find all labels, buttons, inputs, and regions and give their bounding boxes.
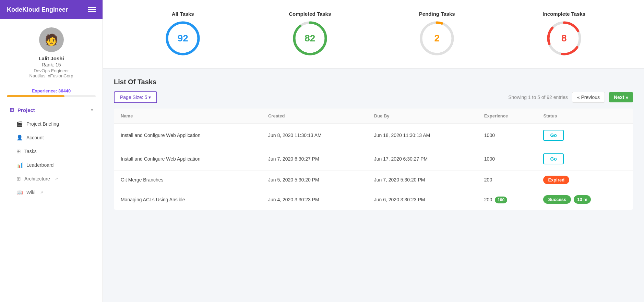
task-status: Success13 m (536, 189, 633, 210)
task-due-by: Jun 17, 2020 6:30:27 PM (367, 147, 477, 171)
sidebar-item-architecture[interactable]: ⊞ Architecture ↗ (0, 172, 103, 186)
external-link-icon: ↗ (55, 177, 58, 181)
stat-all-tasks: All Tasks 92 (119, 11, 247, 57)
task-created: Jun 5, 2020 5:30:20 PM (261, 171, 367, 189)
task-experience: 200 100 (477, 189, 537, 210)
avatar: 🧑 (39, 27, 64, 52)
table-header-row: Name Created Due By Experience Status (114, 109, 633, 124)
sidebar-header: KodeKloud Engineer (0, 0, 103, 19)
col-created: Created (261, 109, 367, 124)
col-name: Name (114, 109, 261, 124)
task-section-title: List Of Tasks (114, 78, 633, 86)
stat-completed-tasks-title: Completed Tasks (289, 11, 331, 17)
sidebar-item-leaderboard[interactable]: 📊 Leaderboard (0, 158, 103, 172)
task-name: Install and Configure Web Application (114, 124, 261, 147)
task-controls: Page Size: 5 ▾ Showing 1 to 5 of 92 entr… (114, 91, 633, 103)
page-size-button[interactable]: Page Size: 5 ▾ (114, 91, 157, 103)
task-status: Go (536, 124, 633, 147)
profile-rank: Rank: 15 (41, 62, 61, 67)
brand-title: KodeKloud Engineer (7, 6, 68, 13)
sidebar-item-account-label: Account (26, 135, 44, 140)
experience-label: Experience: 36440 (7, 88, 96, 93)
sidebar: KodeKloud Engineer 🧑 Lalit Joshi Rank: 1… (0, 0, 103, 302)
stats-row: All Tasks 92 Completed Tasks 82 (103, 0, 644, 68)
leaderboard-icon: 📊 (16, 162, 23, 168)
status-cell: Success13 m (543, 195, 626, 204)
main-content: All Tasks 92 Completed Tasks 82 (103, 0, 644, 302)
wiki-external-link-icon: ↗ (40, 190, 43, 195)
task-name: Install and Configure Web Application (114, 147, 261, 171)
time-badge: 13 m (574, 195, 591, 204)
account-icon: 👤 (16, 135, 23, 141)
success-badge: Success (543, 195, 571, 204)
project-briefing-icon: 🎬 (16, 121, 23, 127)
col-experience: Experience (477, 109, 537, 124)
col-due-by: Due By (367, 109, 477, 124)
table-row: Managing ACLs Using Ansible Jun 4, 2020 … (114, 189, 633, 210)
stat-pending-tasks-title: Pending Tasks (419, 11, 455, 17)
table-row: Install and Configure Web Application Ju… (114, 124, 633, 147)
profile-company: Nautilus, xFusionCorp (29, 73, 73, 78)
sidebar-item-tasks-label: Tasks (24, 149, 37, 154)
stat-pending-tasks-circle: 2 (418, 20, 456, 57)
hamburger-button[interactable] (88, 7, 96, 12)
col-status: Status (536, 109, 633, 124)
task-created: Jun 8, 2020 11:30:13 AM (261, 124, 367, 147)
stat-completed-tasks-circle: 82 (291, 20, 329, 57)
task-name: Managing ACLs Using Ansible (114, 189, 261, 210)
profile-name: Lalit Joshi (38, 55, 64, 61)
go-button[interactable]: Go (543, 130, 563, 141)
pagination-text: Showing 1 to 5 of 92 entries (508, 95, 568, 100)
tasks-icon: ⊞ (16, 148, 21, 154)
nav-section: ⊞ Project ▾ 🎬 Project Briefing 👤 Account… (0, 97, 103, 205)
stat-incomplete-tasks: Incomplete Tasks 8 (501, 11, 628, 57)
sidebar-item-wiki[interactable]: 📖 Wiki ↗ (0, 186, 103, 199)
stat-completed-tasks-value: 82 (291, 20, 329, 57)
stat-all-tasks-value: 92 (164, 20, 202, 57)
stat-incomplete-tasks-title: Incomplete Tasks (542, 11, 585, 17)
sidebar-item-leaderboard-label: Leaderboard (26, 162, 53, 168)
experience-section: Experience: 36440 (0, 84, 103, 97)
stat-all-tasks-circle: 92 (164, 20, 202, 57)
sidebar-item-project-briefing[interactable]: 🎬 Project Briefing (0, 117, 103, 131)
expired-badge: Expired (543, 176, 569, 184)
task-due-by: Jun 7, 2020 5:30:20 PM (367, 171, 477, 189)
task-experience: 200 (477, 171, 537, 189)
project-icon: ⊞ (10, 107, 14, 113)
stat-pending-tasks-value: 2 (418, 20, 456, 57)
task-due-by: Jun 6, 2020 3:30:23 PM (367, 189, 477, 210)
task-table: Name Created Due By Experience Status In… (114, 109, 633, 210)
architecture-icon: ⊞ (16, 176, 21, 182)
xp-bonus-badge: 100 (495, 197, 507, 203)
sidebar-item-wiki-label: Wiki (26, 190, 35, 195)
task-list-section: List Of Tasks Page Size: 5 ▾ Showing 1 t… (103, 68, 644, 219)
next-button[interactable]: Next » (609, 92, 633, 102)
stat-all-tasks-title: All Tasks (172, 11, 194, 17)
sidebar-item-project[interactable]: ⊞ Project ▾ (0, 103, 103, 117)
sidebar-item-project-label: Project (17, 107, 35, 113)
sidebar-item-architecture-label: Architecture (24, 176, 50, 181)
task-status: Expired (536, 171, 633, 189)
stat-incomplete-tasks-circle: 8 (545, 20, 583, 57)
stat-incomplete-tasks-value: 8 (545, 20, 583, 57)
pagination-info: Showing 1 to 5 of 92 entries « Previous … (508, 92, 633, 103)
task-experience: 1000 (477, 147, 537, 171)
task-created: Jun 4, 2020 3:30:23 PM (261, 189, 367, 210)
stat-pending-tasks: Pending Tasks 2 (373, 11, 501, 57)
task-created: Jun 7, 2020 6:30:27 PM (261, 147, 367, 171)
wiki-icon: 📖 (16, 189, 23, 196)
task-name: Git Merge Branches (114, 171, 261, 189)
profile-role: DevOps Engineer (34, 68, 69, 73)
task-status: Go (536, 147, 633, 171)
previous-button[interactable]: « Previous (572, 92, 605, 103)
go-button[interactable]: Go (543, 153, 563, 164)
sidebar-item-tasks[interactable]: ⊞ Tasks (0, 144, 103, 158)
profile-section: 🧑 Lalit Joshi Rank: 15 DevOps Engineer N… (0, 19, 103, 84)
task-experience: 1000 (477, 124, 537, 147)
sidebar-item-project-briefing-label: Project Briefing (26, 121, 59, 127)
table-row: Install and Configure Web Application Ju… (114, 147, 633, 171)
sidebar-item-account[interactable]: 👤 Account (0, 131, 103, 144)
chevron-down-icon: ▾ (91, 108, 93, 112)
table-row: Git Merge Branches Jun 5, 2020 5:30:20 P… (114, 171, 633, 189)
stat-completed-tasks: Completed Tasks 82 (247, 11, 374, 57)
